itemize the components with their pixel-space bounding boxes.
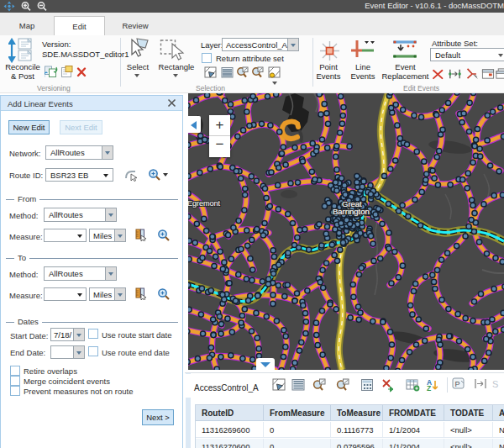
svg-text:S: S [492, 379, 498, 389]
svg-text:Egremont: Egremont [188, 199, 221, 208]
svg-text:P: P [455, 380, 460, 388]
svg-text:Barrington: Barrington [333, 207, 370, 216]
svg-text:Z: Z [427, 384, 431, 393]
